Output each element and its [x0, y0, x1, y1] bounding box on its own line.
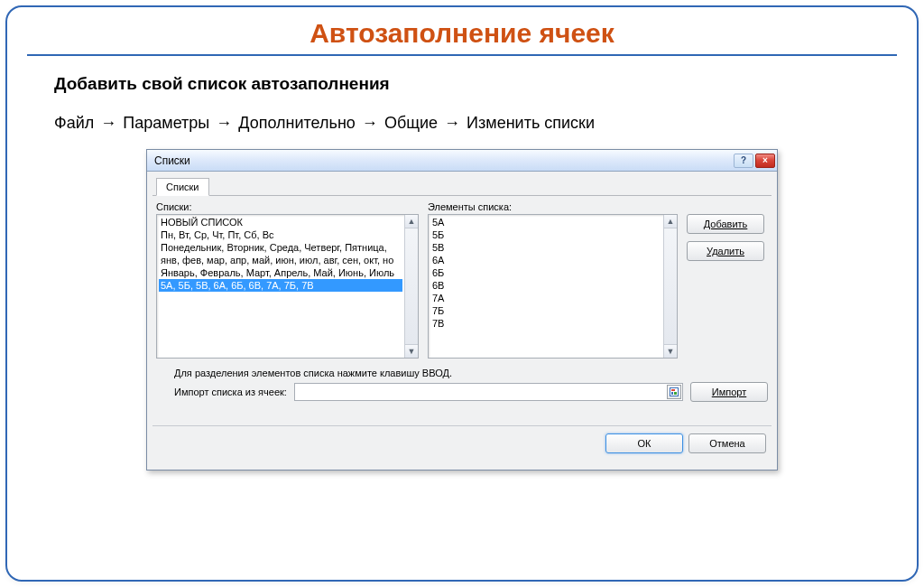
tab-lists[interactable]: Списки [156, 178, 209, 196]
add-button[interactable]: Добавить [687, 214, 764, 234]
path-step: Дополнительно [238, 114, 356, 132]
scroll-up-icon[interactable]: ▲ [405, 215, 418, 228]
list-item[interactable]: 6Б [430, 266, 661, 279]
scroll-down-icon[interactable]: ▼ [664, 344, 677, 358]
dialog-body: Списки Списки: НОВЫЙ СПИСОКПн, Вт, Ср, Ч… [147, 172, 777, 470]
tab-strip: Списки [152, 175, 772, 196]
dialog-footer: ОК Отмена [152, 433, 772, 464]
list-item[interactable]: 7А [430, 292, 661, 304]
cancel-button[interactable]: Отмена [688, 433, 766, 453]
list-item[interactable]: Пн, Вт, Ср, Чт, Пт, Сб, Вс [159, 228, 402, 241]
list-item[interactable]: 5Б [430, 228, 661, 241]
slide-frame: Автозаполнение ячеек Добавить свой списо… [5, 5, 919, 582]
list-item[interactable]: 5А, 5Б, 5В, 6А, 6Б, 6В, 7А, 7Б, 7В [159, 279, 402, 292]
list-item[interactable]: 7В [430, 317, 661, 330]
list-item[interactable]: 6В [430, 279, 661, 292]
svg-rect-3 [674, 392, 677, 395]
label-lists: Списки: [156, 201, 419, 212]
lists-listbox[interactable]: НОВЫЙ СПИСОКПн, Вт, Ср, Чт, Пт, Сб, ВсПо… [156, 214, 419, 359]
import-range-input[interactable] [294, 383, 683, 401]
list-item[interactable]: 6А [430, 254, 661, 266]
page-title: Автозаполнение ячеек [282, 18, 642, 54]
dialog-titlebar[interactable]: Списки ? × [147, 150, 777, 172]
footer-rule [152, 425, 772, 426]
scroll-up-icon[interactable]: ▲ [664, 215, 677, 228]
close-button[interactable]: × [755, 154, 775, 168]
list-item[interactable]: 5А [430, 216, 661, 228]
import-button[interactable]: Импорт [690, 382, 768, 402]
arrow-icon: → [214, 114, 234, 133]
svg-rect-1 [671, 389, 675, 391]
path-step: Файл [54, 114, 94, 132]
arrow-icon: → [360, 114, 380, 133]
path-step: Параметры [123, 114, 209, 132]
svg-rect-2 [671, 392, 673, 395]
scroll-down-icon[interactable]: ▼ [405, 344, 418, 358]
elements-listbox[interactable]: 5А5Б5В6А6Б6В7А7Б7В ▲ ▼ [428, 214, 678, 359]
section-subtitle: Добавить свой список автозаполнения [54, 74, 897, 94]
arrow-icon: → [442, 114, 462, 133]
menu-path: Файл → Параметры → Дополнительно → Общие… [54, 114, 897, 133]
title-rule [27, 54, 897, 56]
arrow-icon: → [98, 114, 118, 133]
list-item[interactable]: Январь, Февраль, Март, Апрель, Май, Июнь… [159, 266, 402, 279]
ok-button[interactable]: ОК [605, 433, 683, 453]
dialog-title: Списки [154, 154, 732, 167]
list-item[interactable]: НОВЫЙ СПИСОК [159, 216, 402, 228]
path-step: Изменить списки [467, 114, 595, 132]
list-item[interactable]: 5В [430, 241, 661, 254]
label-elements: Элементы списка: [428, 201, 678, 212]
custom-lists-dialog: Списки ? × Списки Списки: НОВЫЙ СПИСОКПн… [146, 149, 778, 471]
list-item[interactable]: 7Б [430, 304, 661, 317]
scrollbar[interactable]: ▲ ▼ [404, 215, 418, 358]
range-picker-icon[interactable] [667, 385, 681, 399]
spacer [687, 201, 768, 212]
delete-button[interactable]: Удалить [687, 241, 764, 261]
list-item[interactable]: янв, фев, мар, апр, май, июн, июл, авг, … [159, 254, 402, 266]
separator-hint: Для разделения элементов списка нажмите … [174, 368, 772, 378]
path-step: Общие [384, 114, 438, 132]
help-button[interactable]: ? [734, 154, 753, 168]
list-item[interactable]: Понедельник, Вторник, Среда, Четверг, Пя… [159, 241, 402, 254]
label-import-from: Импорт списка из ячеек: [174, 387, 287, 397]
scrollbar[interactable]: ▲ ▼ [663, 215, 677, 358]
